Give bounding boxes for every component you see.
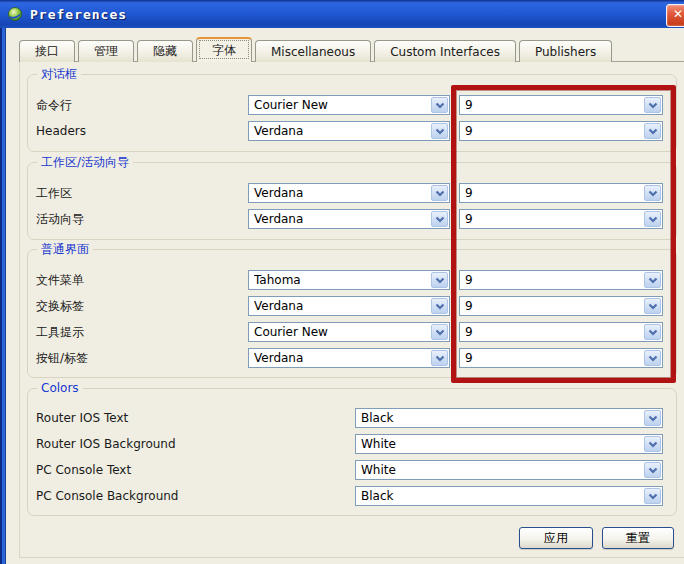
chevron-down-icon (431, 298, 448, 314)
tab-font[interactable]: 字体 (196, 37, 252, 62)
tab-miscellaneous[interactable]: Miscellaneous (255, 40, 371, 62)
close-button[interactable]: ✕ (666, 4, 684, 27)
tab-publishers[interactable]: Publishers (519, 40, 612, 62)
row-router-ios-background: Router IOS Background White (36, 434, 676, 454)
tooltip-size-select[interactable]: 9 (459, 322, 663, 342)
row-button-label: 按钮/标签 Verdana 9 (36, 348, 676, 368)
tooltip-label: 工具提示 (36, 324, 84, 341)
pc-console-background-label: PC Console Background (36, 489, 178, 503)
chevron-down-icon (644, 272, 661, 288)
chevron-down-icon (431, 324, 448, 340)
switch-tabs-size-select[interactable]: 9 (459, 296, 663, 316)
chevron-down-icon (644, 350, 661, 366)
activity-wizard-label: 活动向导 (36, 211, 84, 228)
button-label-size-select[interactable]: 9 (459, 348, 663, 368)
file-menu-size-select[interactable]: 9 (459, 270, 663, 290)
row-activity-wizard: 活动向导 Verdana 9 (36, 209, 676, 229)
chevron-down-icon (431, 123, 448, 139)
chevron-down-icon (644, 324, 661, 340)
file-menu-font-select[interactable]: Tahoma (248, 270, 450, 290)
dialog-content: 接口 管理 隐藏 字体 Miscellaneous Custom Interfa… (6, 28, 684, 564)
chevron-down-icon (644, 436, 661, 452)
chevron-down-icon (644, 123, 661, 139)
title-bar[interactable]: Preferences ✕ (0, 0, 684, 28)
chevron-down-icon (431, 350, 448, 366)
tab-administrative[interactable]: 管理 (78, 40, 134, 62)
chevron-down-icon (644, 488, 661, 504)
headers-font-select[interactable]: Verdana (248, 121, 450, 141)
row-command-line: 命令行 Courier New 9 (36, 95, 676, 115)
switch-tabs-font-select[interactable]: Verdana (248, 296, 450, 316)
chevron-down-icon (431, 97, 448, 113)
chevron-down-icon (431, 211, 448, 227)
row-pc-console-text: PC Console Text White (36, 460, 676, 480)
group-workspace-title: 工作区/活动向导 (37, 155, 133, 170)
chevron-down-icon (644, 298, 661, 314)
router-ios-background-label: Router IOS Background (36, 437, 176, 451)
command-line-size-select[interactable]: 9 (459, 95, 663, 115)
row-switch-tabs: 交换标签 Verdana 9 (36, 296, 676, 316)
chevron-down-icon (644, 410, 661, 426)
workspace-label: 工作区 (36, 185, 72, 202)
reset-button[interactable]: 重置 (602, 527, 674, 549)
headers-label: Headers (36, 124, 86, 138)
router-ios-background-color-select[interactable]: White (355, 434, 663, 454)
tab-custom-interfaces[interactable]: Custom Interfaces (374, 40, 516, 62)
app-icon (7, 6, 23, 22)
row-router-ios-text: Router IOS Text Black (36, 408, 676, 428)
group-dialogs-title: 对话框 (37, 67, 81, 82)
pc-console-text-color-select[interactable]: White (355, 460, 663, 480)
chevron-down-icon (644, 185, 661, 201)
command-line-font-select[interactable]: Courier New (248, 95, 450, 115)
chevron-down-icon (644, 211, 661, 227)
tab-bar: 接口 管理 隐藏 字体 Miscellaneous Custom Interfa… (19, 38, 615, 62)
apply-button[interactable]: 应用 (519, 527, 593, 549)
workspace-size-select[interactable]: 9 (459, 183, 663, 203)
group-workspace: 工作区/活动向导 工作区 Verdana 9 活动向导 Verdana (27, 162, 677, 240)
chevron-down-icon (431, 272, 448, 288)
tab-hide[interactable]: 隐藏 (137, 40, 193, 62)
window-title: Preferences (30, 7, 127, 22)
router-ios-text-color-select[interactable]: Black (355, 408, 663, 428)
button-label-font-select[interactable]: Verdana (248, 348, 450, 368)
preferences-dialog: Preferences ✕ 接口 管理 隐藏 字体 Miscellaneous … (0, 0, 684, 564)
row-tooltip: 工具提示 Courier New 9 (36, 322, 676, 342)
group-general-interface-title: 普通界面 (37, 242, 93, 257)
row-pc-console-background: PC Console Background Black (36, 486, 676, 506)
close-icon: ✕ (673, 7, 683, 21)
group-colors: Colors Router IOS Text Black Router IOS … (27, 388, 677, 516)
activity-wizard-size-select[interactable]: 9 (459, 209, 663, 229)
tab-interface[interactable]: 接口 (19, 40, 75, 62)
switch-tabs-label: 交换标签 (36, 298, 84, 315)
pc-console-background-color-select[interactable]: Black (355, 486, 663, 506)
chevron-down-icon (644, 97, 661, 113)
row-file-menu: 文件菜单 Tahoma 9 (36, 270, 676, 290)
workspace-font-select[interactable]: Verdana (248, 183, 450, 203)
router-ios-text-label: Router IOS Text (36, 411, 128, 425)
row-headers: Headers Verdana 9 (36, 121, 676, 141)
group-colors-title: Colors (37, 381, 83, 396)
chevron-down-icon (644, 462, 661, 478)
activity-wizard-font-select[interactable]: Verdana (248, 209, 450, 229)
pc-console-text-label: PC Console Text (36, 463, 131, 477)
row-workspace: 工作区 Verdana 9 (36, 183, 676, 203)
headers-size-select[interactable]: 9 (459, 121, 663, 141)
group-dialogs: 对话框 命令行 Courier New 9 Headers Verdana (27, 74, 677, 152)
chevron-down-icon (431, 185, 448, 201)
command-line-label: 命令行 (36, 97, 72, 114)
group-general-interface: 普通界面 文件菜单 Tahoma 9 交换标签 Verdana (27, 249, 677, 378)
tooltip-font-select[interactable]: Courier New (248, 322, 450, 342)
file-menu-label: 文件菜单 (36, 272, 84, 289)
button-label-label: 按钮/标签 (36, 350, 88, 367)
